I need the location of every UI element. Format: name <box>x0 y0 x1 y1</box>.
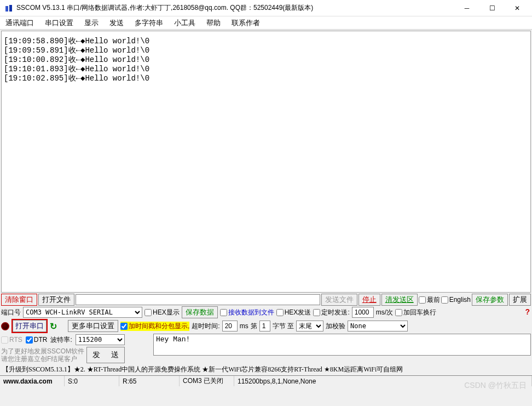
menu-display[interactable]: 显示 <box>82 17 101 29</box>
send-button[interactable]: 发 送 <box>86 347 125 363</box>
port-label: 端口号 <box>1 308 21 317</box>
menu-contact[interactable]: 联系作者 <box>229 17 262 29</box>
svg-rect-1 <box>9 5 12 12</box>
send-file-button[interactable]: 发送文件 <box>321 294 357 306</box>
timeout-input[interactable] <box>222 321 238 331</box>
send-textarea[interactable] <box>153 334 531 356</box>
output-log[interactable]: [19:09:58.890]收←◆Hello world!\0 [19:09:5… <box>1 31 531 293</box>
stop-button[interactable]: 停止 <box>358 294 380 306</box>
status-port: COM3 已关闭 <box>180 376 234 386</box>
status-config: 115200bps,8,1,None,None <box>234 376 532 386</box>
timed-send-checkbox[interactable]: 定时发送: <box>313 308 349 317</box>
baud-select[interactable]: 115200 <box>76 334 125 345</box>
close-button[interactable]: ✕ <box>505 0 530 16</box>
hex-send-checkbox[interactable]: HEX发送 <box>276 308 311 317</box>
open-file-button[interactable]: 打开文件 <box>38 294 74 306</box>
menu-serial-settings[interactable]: 串口设置 <box>43 17 76 29</box>
add-crlf-checkbox[interactable]: 加回车换行 <box>395 308 436 317</box>
refresh-icon[interactable]: ↻ <box>50 321 57 331</box>
baud-label: 波特率: <box>50 335 72 345</box>
topmost-checkbox[interactable]: 最前 <box>419 295 440 305</box>
timestamp-checkbox[interactable]: 加时间戳和分包显示, <box>120 322 189 331</box>
dtr-checkbox[interactable]: DTR <box>26 336 48 344</box>
status-bar: www.daxia.com S:0 R:65 COM3 已关闭 115200bp… <box>0 375 532 386</box>
help-icon[interactable]: ? <box>525 307 530 316</box>
rts-checkbox[interactable]: RTS <box>1 336 22 344</box>
menu-bar: 通讯端口 串口设置 显示 发送 多字符串 小工具 帮助 联系作者 <box>0 16 532 30</box>
status-recv: R:65 <box>119 376 180 386</box>
menu-tools[interactable]: 小工具 <box>172 17 198 29</box>
open-port-button[interactable]: 打开串口 <box>13 320 47 332</box>
menu-multistring[interactable]: 多字符串 <box>132 17 165 29</box>
menu-send[interactable]: 发送 <box>107 17 126 29</box>
nth-input[interactable] <box>259 321 270 331</box>
timed-interval-input[interactable] <box>352 307 374 318</box>
footer-ad: 【升级到SSCOM5.13.1】★2. ★RT-Thread中国人的开源免费操作… <box>0 364 532 375</box>
status-url[interactable]: www.daxia.com <box>0 376 65 386</box>
menu-help[interactable]: 帮助 <box>204 17 223 29</box>
byte-to-label: 字节 至 <box>273 322 294 331</box>
english-checkbox[interactable]: English <box>441 296 471 304</box>
file-path-input[interactable] <box>76 294 320 305</box>
clear-window-button[interactable]: 清除窗口 <box>1 294 37 306</box>
hex-display-checkbox[interactable]: HEX显示 <box>144 308 180 317</box>
status-sent: S:0 <box>65 376 119 386</box>
promo-text-1: 为了更好地发展SSCOM软件 <box>1 347 84 355</box>
recv-to-file-checkbox[interactable]: 接收数据到文件 <box>220 308 274 317</box>
port-select[interactable]: COM3 WCH-LinkRV SERIAL <box>23 307 142 318</box>
window-title: SSCOM V5.13.1 串口/网络数据调试器,作者:大虾丁丁,2618058… <box>16 3 454 13</box>
end-select[interactable]: 末尾 <box>296 321 323 331</box>
checksum-select[interactable]: None <box>348 321 408 331</box>
more-settings-button[interactable]: 更多串口设置 <box>68 320 118 332</box>
timed-unit-label: ms/次 <box>376 308 393 317</box>
svg-rect-0 <box>5 6 8 12</box>
minimize-button[interactable]: ─ <box>454 0 479 16</box>
port-status-icon <box>1 322 9 330</box>
nth-label: 第 <box>251 322 257 331</box>
save-data-button[interactable]: 保存数据 <box>182 306 218 318</box>
menu-port[interactable]: 通讯端口 <box>3 17 36 29</box>
expand-button[interactable]: 扩展 <box>509 294 531 306</box>
promo-text-2: 请您注册嘉立创F结尾客户 <box>1 355 84 363</box>
app-icon <box>4 4 13 13</box>
clear-send-button[interactable]: 清发送区 <box>381 294 418 306</box>
save-params-button[interactable]: 保存参数 <box>472 294 508 306</box>
add-check-label: 加校验 <box>326 322 345 331</box>
ms-label: ms <box>240 322 248 330</box>
timeout-label: 超时时间: <box>192 322 219 331</box>
maximize-button[interactable]: ☐ <box>479 0 505 16</box>
